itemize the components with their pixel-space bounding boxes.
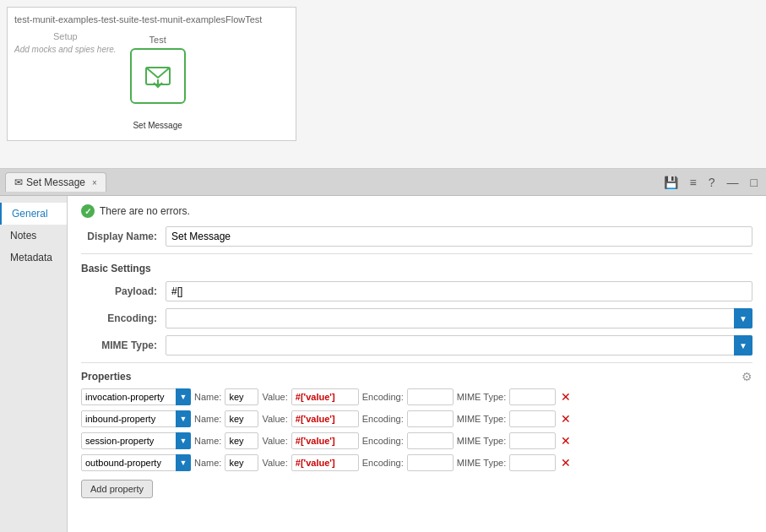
prop-delete-button-0[interactable]: ✕ xyxy=(561,390,571,404)
prop-mimetype-label-1: MIME Type: xyxy=(457,414,506,424)
encoding-select[interactable]: UTF-8 ISO-8859-1 US-ASCII xyxy=(166,308,752,328)
prop-encoding-label-2: Encoding: xyxy=(362,436,404,446)
nav-item-notes[interactable]: Notes xyxy=(0,225,67,247)
prop-type-wrapper-3: invocation-propertyinbound-propertysessi… xyxy=(81,454,191,471)
list-button[interactable]: ≡ xyxy=(687,174,700,191)
encoding-select-wrapper: UTF-8 ISO-8859-1 US-ASCII ▼ xyxy=(166,308,752,328)
tab-icon: ✉ xyxy=(14,176,23,188)
mime-type-row: MIME Type: application/json application/… xyxy=(81,335,752,356)
tab-bar-right: 💾 ≡ ? — □ xyxy=(660,174,761,191)
prop-name-label-3: Name: xyxy=(194,458,221,468)
properties-settings-icon[interactable]: ⚙ xyxy=(742,370,752,383)
prop-mimetype-label-3: MIME Type: xyxy=(457,458,506,468)
prop-encoding-label-1: Encoding: xyxy=(362,414,404,424)
payload-input[interactable] xyxy=(166,281,752,301)
encoding-row: Encoding: UTF-8 ISO-8859-1 US-ASCII ▼ xyxy=(81,308,752,328)
property-rows: invocation-propertyinbound-propertysessi… xyxy=(81,388,752,471)
prop-mimetype-label-2: MIME Type: xyxy=(457,436,506,446)
add-property-button[interactable]: Add property xyxy=(81,480,153,498)
property-row-1: invocation-propertyinbound-propertysessi… xyxy=(81,410,752,427)
prop-encoding-input-2[interactable] xyxy=(407,432,454,449)
save-button[interactable]: 💾 xyxy=(660,174,682,191)
nav-item-metadata[interactable]: Metadata xyxy=(0,247,67,269)
prop-mimetype-input-3[interactable] xyxy=(509,454,556,471)
prop-encoding-label-3: Encoding: xyxy=(362,458,404,468)
prop-value-label-2: Value: xyxy=(262,436,287,446)
prop-encoding-input-3[interactable] xyxy=(407,454,454,471)
test-section: Test Set Message xyxy=(130,35,186,130)
prop-name-label-2: Name: xyxy=(194,436,221,446)
property-row-2: invocation-propertyinbound-propertysessi… xyxy=(81,432,752,449)
prop-type-wrapper-0: invocation-propertyinbound-propertysessi… xyxy=(81,388,191,405)
prop-type-select-1[interactable]: invocation-propertyinbound-propertysessi… xyxy=(81,410,191,427)
prop-name-input-1[interactable] xyxy=(225,410,258,427)
setup-label: Setup xyxy=(14,31,117,41)
prop-type-select-0[interactable]: invocation-propertyinbound-propertysessi… xyxy=(81,388,191,405)
prop-value-input-2[interactable] xyxy=(291,432,359,449)
prop-value-input-3[interactable] xyxy=(291,454,359,471)
help-button[interactable]: ? xyxy=(705,174,719,191)
component-label: Set Message xyxy=(133,121,182,130)
right-panel: ✓ There are no errors. Display Name: Bas… xyxy=(68,196,766,532)
prop-type-wrapper-2: invocation-propertyinbound-propertysessi… xyxy=(81,432,191,449)
payload-label: Payload: xyxy=(81,285,166,297)
display-name-label: Display Name: xyxy=(81,231,166,242)
prop-mimetype-input-1[interactable] xyxy=(509,410,556,427)
canvas-area: test-munit-examples-test-suite-test-muni… xyxy=(0,0,766,169)
canvas-breadcrumb: test-munit-examples-test-suite-test-muni… xyxy=(14,14,262,24)
tab-label: Set Message xyxy=(26,176,85,188)
prop-delete-button-3[interactable]: ✕ xyxy=(561,456,571,470)
prop-mimetype-input-2[interactable] xyxy=(509,432,556,449)
prop-encoding-input-1[interactable] xyxy=(407,410,454,427)
prop-delete-button-2[interactable]: ✕ xyxy=(561,434,571,448)
prop-mimetype-label-0: MIME Type: xyxy=(457,392,506,402)
divider-1 xyxy=(81,253,752,254)
prop-name-input-2[interactable] xyxy=(225,432,258,449)
basic-settings-title: Basic Settings xyxy=(81,263,752,274)
divider-2 xyxy=(81,362,752,363)
prop-name-label-0: Name: xyxy=(194,392,221,402)
prop-value-input-1[interactable] xyxy=(291,410,359,427)
display-name-input[interactable] xyxy=(166,226,752,247)
prop-name-input-0[interactable] xyxy=(225,388,258,405)
prop-value-input-0[interactable] xyxy=(291,388,359,405)
tab-close-button[interactable]: × xyxy=(92,178,97,187)
encoding-label: Encoding: xyxy=(81,312,166,324)
tab-bar: ✉ Set Message × 💾 ≡ ? — □ xyxy=(0,169,766,196)
status-icon: ✓ xyxy=(81,204,95,218)
prop-type-select-2[interactable]: invocation-propertyinbound-propertysessi… xyxy=(81,432,191,449)
mime-type-label: MIME Type: xyxy=(81,339,166,351)
prop-value-label-0: Value: xyxy=(262,392,287,402)
tab-bar-left: ✉ Set Message × xyxy=(5,172,660,192)
main-content: General Notes Metadata ✓ There are no er… xyxy=(0,196,766,532)
set-message-tab[interactable]: ✉ Set Message × xyxy=(5,172,106,192)
status-text: There are no errors. xyxy=(100,205,190,217)
left-nav: General Notes Metadata xyxy=(0,196,68,532)
prop-type-wrapper-1: invocation-propertyinbound-propertysessi… xyxy=(81,410,191,427)
properties-header: Properties ⚙ xyxy=(81,370,752,383)
property-row-0: invocation-propertyinbound-propertysessi… xyxy=(81,388,752,405)
maximize-button[interactable]: □ xyxy=(747,174,761,191)
properties-title: Properties xyxy=(81,371,131,383)
set-message-component[interactable] xyxy=(130,48,186,104)
prop-encoding-label-0: Encoding: xyxy=(362,392,404,402)
mime-type-select[interactable]: application/json application/xml text/pl… xyxy=(166,335,752,356)
status-bar: ✓ There are no errors. xyxy=(81,204,752,218)
prop-type-select-3[interactable]: invocation-propertyinbound-propertysessi… xyxy=(81,454,191,471)
set-message-icon xyxy=(143,61,173,91)
minimize-button[interactable]: — xyxy=(724,174,742,191)
canvas-border: test-munit-examples-test-suite-test-muni… xyxy=(7,7,296,141)
prop-value-label-3: Value: xyxy=(262,458,287,468)
setup-hint: Add mocks and spies here. xyxy=(14,45,117,54)
prop-name-input-3[interactable] xyxy=(225,454,258,471)
property-row-3: invocation-propertyinbound-propertysessi… xyxy=(81,454,752,471)
prop-mimetype-input-0[interactable] xyxy=(509,388,556,405)
prop-encoding-input-0[interactable] xyxy=(407,388,454,405)
prop-name-label-1: Name: xyxy=(194,414,221,424)
prop-delete-button-1[interactable]: ✕ xyxy=(561,412,571,426)
payload-row: Payload: xyxy=(81,281,752,301)
prop-value-label-1: Value: xyxy=(262,414,287,424)
test-label: Test xyxy=(149,35,166,45)
mime-type-select-wrapper: application/json application/xml text/pl… xyxy=(166,335,752,356)
nav-item-general[interactable]: General xyxy=(0,203,67,225)
